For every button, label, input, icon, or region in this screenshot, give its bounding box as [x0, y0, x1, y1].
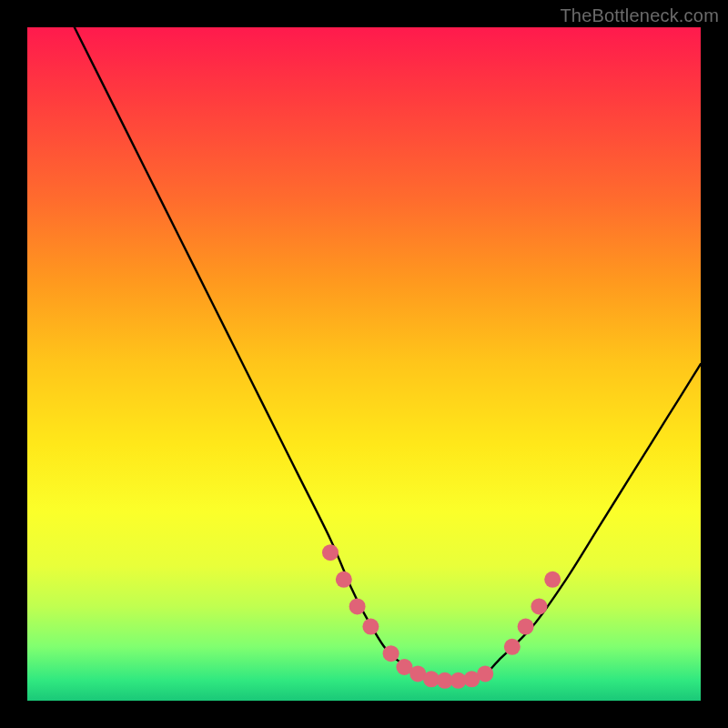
watermark-text: TheBottleneck.com	[560, 5, 719, 26]
highlight-point	[336, 571, 352, 588]
highlight-point	[544, 571, 561, 588]
plot-area	[27, 27, 701, 701]
highlight-point	[518, 619, 534, 635]
highlight-point	[349, 598, 366, 614]
highlight-point	[531, 598, 547, 614]
curve-layer	[27, 27, 701, 701]
highlight-points	[322, 544, 561, 689]
highlight-point	[477, 665, 493, 682]
chart-frame: TheBottleneck.com	[0, 0, 728, 728]
highlight-point	[362, 619, 379, 635]
highlight-point	[504, 639, 521, 655]
highlight-point	[322, 544, 339, 561]
highlight-point	[383, 645, 399, 662]
bottleneck-curve	[75, 27, 701, 681]
